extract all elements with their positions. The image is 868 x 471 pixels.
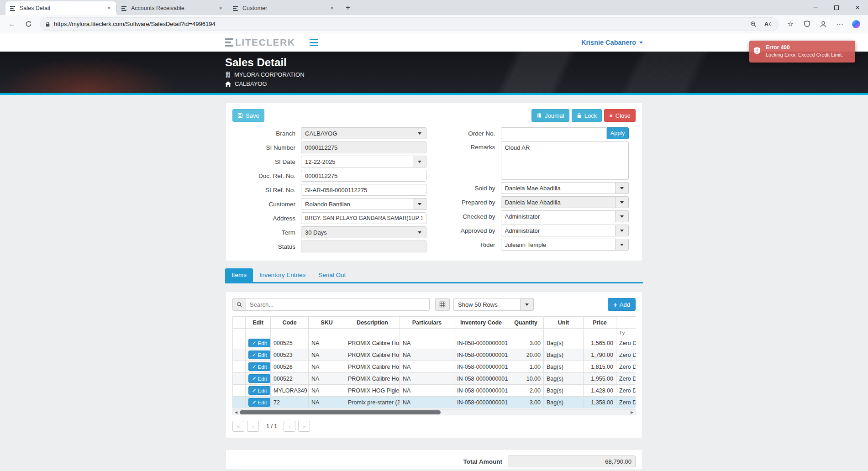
search-button[interactable] [232, 298, 246, 311]
back-button[interactable]: ← [5, 17, 19, 31]
tab-serial-out[interactable]: Serial Out [312, 268, 352, 282]
browser-tab-accounts-receivable[interactable]: Accounts Receivable × [117, 1, 228, 15]
save-button[interactable]: Save [232, 109, 264, 122]
header-description[interactable]: Description [345, 317, 400, 329]
browser-tab-customer[interactable]: Customer × [228, 1, 339, 15]
search-input[interactable] [246, 298, 430, 311]
rows-per-page-select[interactable]: Show 50 Rows [453, 298, 534, 311]
si-date-value[interactable] [301, 156, 413, 167]
close-window-button[interactable]: × [847, 0, 868, 15]
zoom-button[interactable] [748, 19, 759, 30]
journal-button[interactable]: Journal [531, 109, 569, 122]
rider-value[interactable] [501, 239, 615, 251]
approved-by-value[interactable] [501, 225, 615, 236]
favorites-button[interactable]: ☆ [783, 17, 798, 31]
last-page-button[interactable]: » [298, 421, 310, 432]
filter-disc[interactable]: Ty [616, 329, 636, 337]
tab-close-icon[interactable]: × [105, 5, 113, 12]
tab-inventory-entries[interactable]: Inventory Entries [253, 268, 312, 282]
checked-by-select[interactable] [501, 210, 629, 222]
edit-button[interactable]: Edit [248, 351, 270, 359]
header-quantity[interactable]: Quantity [508, 317, 544, 329]
prev-page-button[interactable]: ‹ [247, 421, 259, 432]
remarks-field[interactable]: Cloud AR [501, 141, 629, 180]
header-unit[interactable]: Unit [544, 317, 584, 329]
user-menu[interactable]: Krisnie Cabanero [581, 39, 643, 46]
si-ref-field[interactable] [301, 184, 426, 196]
scroll-left-icon[interactable]: ◀ [233, 410, 239, 415]
cell-select[interactable] [233, 373, 246, 385]
tab-close-icon[interactable]: × [217, 5, 224, 12]
approved-by-select[interactable] [501, 225, 629, 236]
first-page-button[interactable]: « [232, 421, 244, 432]
cell-select[interactable] [233, 337, 246, 349]
url-text[interactable]: https://mylora.liteclerk.com/Software/Sa… [54, 21, 744, 27]
cell-select[interactable] [233, 361, 246, 373]
prepared-by-select[interactable] [501, 196, 629, 208]
edit-button[interactable]: Edit [248, 362, 270, 371]
address-bar[interactable]: https://mylora.liteclerk.com/Software/Sa… [40, 17, 779, 31]
customer-select[interactable] [301, 198, 426, 210]
maximize-button[interactable] [826, 0, 847, 15]
branch-value[interactable] [301, 127, 413, 139]
next-page-button[interactable]: › [284, 421, 295, 432]
refresh-button[interactable] [21, 17, 36, 31]
address-field[interactable] [301, 212, 426, 224]
rows-caret-button[interactable] [521, 298, 534, 311]
browser-essentials-button[interactable] [800, 17, 814, 31]
tab-close-icon[interactable]: × [328, 5, 336, 12]
read-aloud-button[interactable]: A [763, 19, 773, 30]
header-code[interactable]: Code [271, 317, 309, 329]
header-edit[interactable]: Edit [246, 317, 271, 329]
apply-button[interactable]: Apply [607, 127, 629, 139]
checked-by-caret-button[interactable] [615, 210, 629, 222]
lock-button[interactable]: Lock [572, 109, 602, 122]
customer-caret-button[interactable] [413, 198, 426, 210]
edit-button[interactable]: Edit [248, 386, 270, 395]
header-price[interactable]: Price [584, 317, 616, 329]
rider-caret-button[interactable] [615, 239, 629, 251]
header-inventory-code[interactable]: Inventory Code [454, 317, 508, 329]
columns-button[interactable] [435, 298, 450, 311]
edit-button[interactable]: Edit [248, 374, 270, 383]
prepared-by-caret-button[interactable] [615, 196, 629, 208]
menu-button[interactable] [308, 37, 320, 48]
scroll-right-icon[interactable]: ▶ [629, 410, 635, 415]
branch-select[interactable] [301, 127, 426, 139]
header-disc[interactable]: Disc [616, 317, 636, 329]
sold-by-value[interactable] [501, 182, 615, 194]
cell-select[interactable] [233, 349, 246, 361]
sold-by-caret-button[interactable] [615, 182, 629, 194]
header-sku[interactable]: SKU [309, 317, 345, 329]
edit-button[interactable]: Edit [248, 339, 270, 347]
si-date-select[interactable] [301, 156, 426, 167]
header-particulars[interactable]: Particulars [400, 317, 454, 329]
tab-items[interactable]: Items [225, 268, 253, 282]
rider-select[interactable] [501, 239, 629, 251]
si-date-caret-button[interactable] [413, 156, 426, 167]
close-button[interactable]: × Close [604, 109, 636, 122]
doc-ref-field[interactable] [301, 170, 426, 182]
error-toast[interactable]: Error 400 Locking Error. Exceed Credit L… [749, 41, 855, 63]
minimize-button[interactable]: ─ [805, 0, 826, 15]
term-select[interactable] [301, 226, 426, 238]
profile-button[interactable] [816, 17, 831, 31]
order-no-field[interactable] [501, 127, 607, 139]
branch-caret-button[interactable] [413, 127, 426, 139]
checked-by-value[interactable] [501, 210, 615, 222]
prepared-by-value[interactable] [501, 196, 615, 208]
add-item-button[interactable]: + Add [608, 298, 636, 311]
browser-tab-sales-detail[interactable]: Sales Detail × [5, 1, 116, 15]
scrollbar-thumb[interactable] [240, 410, 441, 414]
approved-by-caret-button[interactable] [615, 225, 629, 236]
sold-by-select[interactable] [501, 182, 629, 194]
copilot-button[interactable] [849, 17, 863, 31]
term-caret-button[interactable] [413, 226, 426, 238]
term-value[interactable] [301, 226, 413, 238]
cell-select[interactable] [233, 397, 246, 408]
settings-menu-button[interactable]: ⋯ [832, 17, 847, 31]
edit-button[interactable]: Edit [248, 398, 270, 407]
new-tab-button[interactable]: + [342, 2, 354, 14]
customer-value[interactable] [301, 198, 413, 210]
cell-select[interactable] [233, 385, 246, 397]
